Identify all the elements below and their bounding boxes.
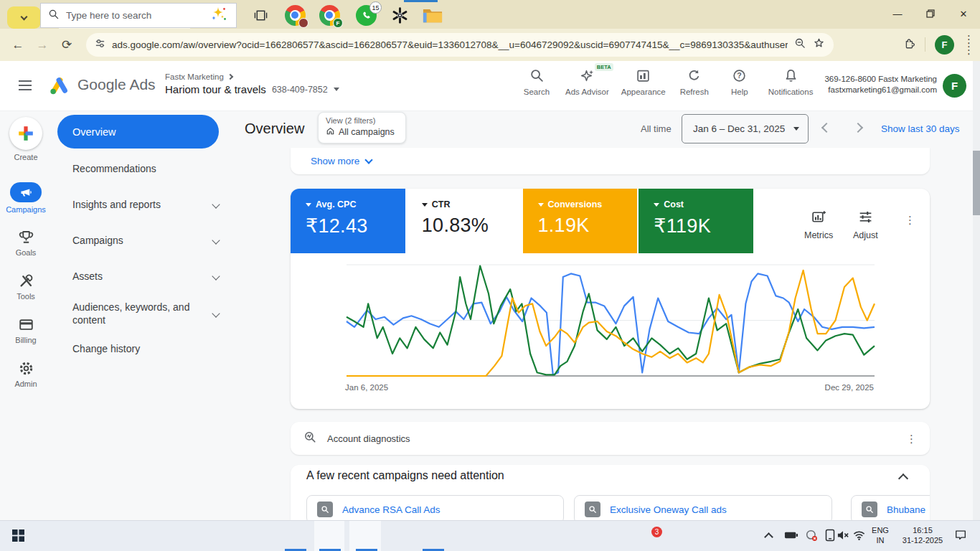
adjust-button[interactable]: Adjust [853, 209, 878, 240]
create-button[interactable] [9, 117, 42, 150]
svg-text:?: ? [738, 71, 742, 80]
notification-count-badge: 3 [651, 527, 662, 537]
metric-tile-conversions[interactable]: Conversions1.19K [523, 189, 639, 253]
window-minimize-button[interactable]: — [881, 0, 914, 27]
account-name[interactable]: Hariom tour & travels [165, 83, 266, 95]
file-explorer-icon[interactable] [422, 4, 443, 26]
chatgpt-icon[interactable] [389, 4, 410, 26]
chevron-down-icon [21, 13, 28, 20]
task-view-icon[interactable] [250, 4, 271, 26]
campaign-link[interactable]: Exclusive Oneway Call ads [610, 504, 727, 515]
nav-item-audiences-keywords-and-content[interactable]: Audiences, keywords, and content [72, 299, 219, 328]
metric-caret-icon[interactable] [538, 203, 544, 207]
gear-icon [18, 359, 34, 377]
onedrive-error-icon[interactable] [802, 526, 821, 545]
performance-chart[interactable] [345, 260, 876, 382]
tools-icon [18, 272, 34, 289]
nav-item-assets[interactable]: Assets [72, 269, 219, 283]
header-action-notifications[interactable]: Notifications [768, 68, 814, 96]
whatsapp-icon[interactable]: 15 [355, 4, 377, 26]
show-last-30-days-link[interactable]: Show last 30 days [881, 123, 960, 134]
view-filter-count: View (2 filters) [326, 116, 398, 125]
windows-search-highlights-icon[interactable] [207, 5, 229, 27]
nav-item-campaigns[interactable]: Campaigns [72, 233, 219, 248]
metric-tile-ctr[interactable]: CTR10.83% [407, 189, 523, 253]
reload-button[interactable]: ⟳ [55, 37, 79, 52]
nav-item-overview[interactable]: Overview [57, 115, 219, 149]
chevron-down-icon[interactable] [365, 156, 373, 164]
view-filter-chip[interactable]: View (2 filters) All campaigns [318, 112, 406, 143]
metric-tile-avg-cpc[interactable]: Avg. CPC₹12.43 [291, 189, 407, 253]
taskbar-search-box[interactable]: Type here to search [40, 3, 237, 28]
header-action-appearance[interactable]: Appearance [621, 68, 666, 96]
metric-caret-icon[interactable] [306, 203, 311, 207]
zoom-out-icon[interactable] [794, 37, 806, 52]
chevron-down-icon [212, 236, 220, 244]
account-diagnostics-card[interactable]: Account diagnostics ⋮ [291, 422, 930, 455]
language-indicator[interactable]: ENGIN [868, 525, 892, 545]
wifi-icon[interactable] [849, 526, 868, 545]
header-action-ads-advisor[interactable]: BETAAds Advisor [565, 68, 609, 96]
chrome2-profile-badge: F [333, 18, 343, 28]
browser-avatar[interactable]: F [935, 35, 954, 55]
page-scrollbar-thumb[interactable] [973, 151, 980, 215]
rail-item-tools[interactable]: Tools [0, 272, 52, 301]
header-action-refresh[interactable]: Refresh [678, 68, 711, 96]
search-campaign-icon [862, 501, 877, 517]
main-menu-icon[interactable] [19, 80, 32, 90]
search-placeholder: Type here to search [66, 10, 201, 21]
url-text[interactable]: ads.google.com/aw/overview?ocid=16628065… [112, 39, 788, 50]
breadcrumb[interactable]: Fastx Marketing [165, 72, 339, 81]
extensions-icon[interactable] [903, 37, 915, 52]
summary-card-bottom: Show more [291, 148, 930, 174]
user-avatar[interactable]: F [943, 74, 966, 98]
window-close-button[interactable]: ✕ [947, 0, 980, 27]
trophy-icon [18, 228, 34, 245]
chrome-profile1-icon[interactable] [284, 4, 306, 26]
rail-item-create[interactable]: Create [0, 117, 52, 161]
nav-item-insights-and-reports[interactable]: Insights and reports [72, 197, 219, 212]
header-action-help[interactable]: ?Help [723, 68, 756, 96]
diagnostics-menu-icon[interactable]: ⋮ [906, 433, 917, 444]
chrome-profile2-icon[interactable]: F [319, 4, 340, 26]
site-info-icon[interactable] [95, 38, 105, 52]
chart-menu-icon[interactable]: ⋮ [905, 215, 915, 225]
date-range-value: Jan 6 – Dec 31, 2025 [693, 123, 786, 134]
campaign-card-3[interactable]: Bhubane [851, 495, 930, 520]
header-action-search[interactable]: Search [520, 68, 553, 96]
toolbar-separator [925, 37, 925, 52]
active-app-tile [349, 521, 381, 551]
rail-item-admin[interactable]: Admin [0, 359, 52, 388]
start-button[interactable] [7, 524, 29, 546]
campaign-card-2[interactable]: Exclusive Oneway Call ads [574, 495, 832, 520]
window-restore-button[interactable] [914, 0, 947, 27]
back-button[interactable]: ← [6, 38, 30, 52]
rail-item-billing[interactable]: Billing [0, 316, 52, 344]
clock[interactable]: 16:15 31-12-2025 [895, 525, 950, 545]
rail-item-goals[interactable]: Goals [0, 228, 52, 257]
campaign-link[interactable]: Advance RSA Call Ads [342, 504, 440, 515]
rail-item-campaigns[interactable]: Campaigns [0, 182, 52, 214]
browser-profile-chip[interactable] [7, 6, 41, 29]
action-center-icon[interactable] [951, 526, 970, 545]
address-bar[interactable]: ads.google.com/aw/overview?ocid=16628065… [86, 33, 834, 57]
metric-caret-icon[interactable] [654, 203, 659, 207]
tray-expand-icon[interactable] [759, 526, 778, 545]
search-campaign-icon [317, 501, 333, 517]
metric-tile-cost[interactable]: Cost₹119K [639, 189, 755, 253]
metrics-button[interactable]: Metrics [804, 209, 833, 240]
metric-caret-icon[interactable] [422, 203, 428, 207]
page-scrollbar-track[interactable] [973, 61, 980, 520]
nav-item-change-history[interactable]: Change history [72, 342, 219, 356]
campaign-link[interactable]: Bhubane [887, 504, 925, 515]
account-switcher-caret-icon[interactable] [334, 88, 339, 91]
forward-button[interactable]: → [30, 38, 55, 52]
campaign-card-1[interactable]: Advance RSA Call Ads [306, 495, 564, 520]
nav-item-recommendations[interactable]: Recommendations [72, 161, 219, 176]
show-more-link[interactable]: Show more [311, 156, 359, 166]
bookmark-star-icon[interactable] [813, 37, 825, 52]
battery-icon[interactable] [782, 526, 801, 545]
collapse-chevron-icon[interactable] [898, 474, 908, 484]
browser-menu-icon[interactable]: ⋮⋮ [963, 34, 974, 55]
date-range-picker[interactable]: Jan 6 – Dec 31, 2025 [682, 114, 809, 143]
